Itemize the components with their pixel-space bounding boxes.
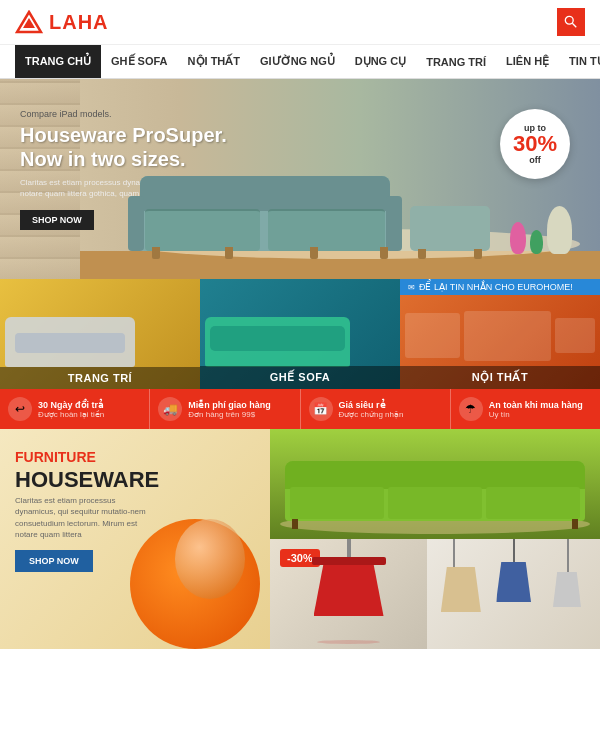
bottom-section: FURNITURE HOUSEWARE Claritas est etiam p… <box>0 429 600 649</box>
feature-safe: ☂ An toàn khi mua hàng Uy tín <box>451 389 600 429</box>
price-icon: 📅 <box>309 397 333 421</box>
subscribe-bar: ✉ ĐỂ LẠI TIN NHẮN CHO EUROHOME! <box>400 279 600 295</box>
svg-point-2 <box>565 16 573 24</box>
ball-chair <box>110 459 270 649</box>
discount-lamp-panel: -30% <box>270 539 427 649</box>
feature-shipping-title: Miễn phí giao hàng <box>188 400 271 410</box>
promo-right: -30% HOUSEWARE <box>270 429 600 649</box>
feature-shipping-sub: Đơn hàng trên 99$ <box>188 410 271 419</box>
header: LAHA <box>0 0 600 45</box>
feature-return-sub: Được hoàn lại tiền <box>38 410 104 419</box>
category-panel-ghesofa[interactable]: GHẾ SOFA <box>200 279 400 389</box>
category-panel-trangtri[interactable]: TRANG TRÍ <box>0 279 200 389</box>
nav-item-giuongngu[interactable]: GIƯỜNG NGỦ <box>250 45 345 78</box>
feature-return-title: 30 Ngày đổi trả <box>38 400 104 410</box>
category-label-noithat: NỘI THẤT <box>400 366 600 389</box>
return-icon: ↩ <box>8 397 32 421</box>
feature-shipping: 🚚 Miễn phí giao hàng Đơn hàng trên 99$ <box>150 389 300 429</box>
nav-item-noithat[interactable]: NỘI THẤT <box>178 45 250 78</box>
category-panels: TRANG TRÍ GHẾ SOFA ✉ ĐỂ LẠI TIN NHẮN CHO… <box>0 279 600 389</box>
navigation: TRANG CHỦ GHẾ SOFA NỘI THẤT GIƯỜNG NGỦ D… <box>0 45 600 79</box>
promo-bottom-right: -30% HOUSEWARE <box>270 539 600 649</box>
feature-return: ↩ 30 Ngày đổi trả Được hoàn lại tiền <box>0 389 150 429</box>
search-button[interactable] <box>557 8 585 36</box>
feature-safe-title: An toàn khi mua hàng <box>489 400 583 410</box>
category-label-ghesofa: GHẾ SOFA <box>200 366 400 389</box>
features-bar: ↩ 30 Ngày đổi trả Được hoàn lại tiền 🚚 M… <box>0 389 600 429</box>
houseware-panel: HOUSEWARE <box>427 539 600 649</box>
hero-banner: Compare iPad models. Houseware ProSuper.… <box>0 79 600 279</box>
promo-left: FURNITURE HOUSEWARE Claritas est etiam p… <box>0 429 270 649</box>
feature-price: 📅 Giá siêu rẻ Được chứng nhận <box>301 389 451 429</box>
promo-shop-now-button[interactable]: SHOP NOW <box>15 550 93 572</box>
nav-item-tintuc[interactable]: TIN TỨC <box>559 45 600 78</box>
safe-icon: ☂ <box>459 397 483 421</box>
green-sofa-panel <box>270 429 600 539</box>
nav-item-lienhe[interactable]: LIÊN HỆ <box>496 45 559 78</box>
shipping-icon: 🚚 <box>158 397 182 421</box>
nav-item-dungcu[interactable]: DỤNG CỤ <box>345 45 416 78</box>
nav-item-ghesofa[interactable]: GHẾ SOFA <box>101 45 178 78</box>
nav-item-trangchu[interactable]: TRANG CHỦ <box>15 45 101 78</box>
svg-line-3 <box>572 23 576 27</box>
feature-price-title: Giá siêu rẻ <box>339 400 404 410</box>
feature-safe-sub: Uy tín <box>489 410 583 419</box>
nav-item-trangtri[interactable]: TRANG TRÍ <box>416 46 496 78</box>
category-label-trangtri: TRANG TRÍ <box>0 367 200 389</box>
logo-text: LAHA <box>49 11 109 34</box>
search-icon <box>564 15 578 29</box>
logo-icon <box>15 10 43 34</box>
logo: LAHA <box>15 10 109 34</box>
feature-price-sub: Được chứng nhận <box>339 410 404 419</box>
category-panel-noithat[interactable]: ✉ ĐỂ LẠI TIN NHẮN CHO EUROHOME! NỘI THẤT <box>400 279 600 389</box>
